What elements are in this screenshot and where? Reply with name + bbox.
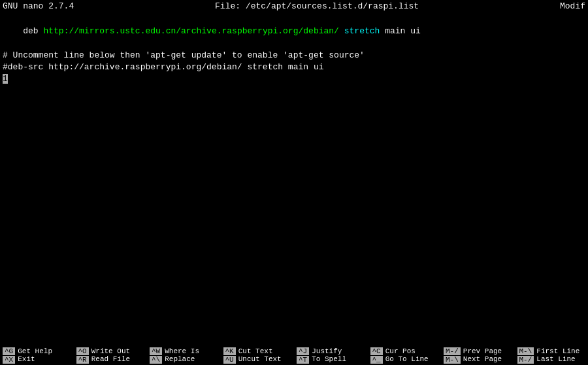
shortcut-label: To Spell: [312, 355, 346, 363]
editor-area[interactable]: deb http://mirrors.ustc.edu.cn/archive.r…: [0, 12, 588, 347]
shortcut-group-0[interactable]: ^G^XGet HelpExit: [0, 347, 74, 365]
shortcut-label: Prev Page: [463, 347, 502, 355]
shortcut-group-4[interactable]: ^J^TJustifyTo Spell: [294, 347, 368, 365]
modified-indicator: Modif: [560, 1, 585, 11]
shortcut-key[interactable]: ^U: [223, 356, 236, 364]
shortcut-label: Next Page: [463, 355, 502, 363]
shortcut-key[interactable]: ^X: [3, 356, 15, 364]
shortcut-key[interactable]: ^\: [150, 356, 162, 364]
shortcut-label: Justify: [312, 347, 346, 355]
shortcut-label: Read File: [91, 355, 130, 363]
shortcut-label: Exit: [18, 355, 52, 363]
shortcut-group-3[interactable]: ^K^UCut TextUncut Text: [221, 347, 295, 365]
app-name: GNU nano 2.7.4: [3, 1, 74, 11]
shortcut-key[interactable]: M-\: [444, 356, 461, 364]
shortcut-label: Uncut Text: [238, 355, 282, 363]
shortcut-label: First Line: [536, 347, 580, 355]
shortcut-key[interactable]: M-/: [517, 356, 534, 364]
file-path: File: /etc/apt/sources.list.d/raspi.list: [74, 1, 560, 11]
shortcut-key[interactable]: ^R: [76, 356, 89, 364]
shortcut-label: Go To Line: [385, 355, 429, 363]
shortcut-key[interactable]: ^G: [3, 347, 15, 355]
shortcut-key[interactable]: ^J: [297, 347, 309, 355]
shortcut-key[interactable]: ^K: [223, 347, 236, 355]
shortcut-label: Get Help: [18, 347, 52, 355]
shortcut-label: Last Line: [536, 355, 580, 363]
shortcut-bar: ^G^XGet HelpExit^O^RWrite OutRead File^W…: [0, 347, 588, 365]
shortcut-key[interactable]: M-/: [444, 347, 461, 355]
shortcut-key[interactable]: ^W: [150, 347, 162, 355]
editor-line-1: deb http://mirrors.ustc.edu.cn/archive.r…: [3, 14, 585, 50]
shortcut-key[interactable]: ^O: [76, 347, 89, 355]
shortcut-key[interactable]: ^_: [370, 356, 383, 364]
shortcut-label: Cut Text: [238, 347, 282, 355]
title-bar: GNU nano 2.7.4 File: /etc/apt/sources.li…: [0, 0, 588, 12]
editor-line-2: # Uncomment line below then 'apt-get upd…: [3, 50, 585, 61]
shortcut-key[interactable]: ^C: [370, 347, 383, 355]
editor-line-4: 1: [3, 73, 585, 85]
shortcut-label: Write Out: [91, 347, 130, 355]
shortcut-group-1[interactable]: ^O^RWrite OutRead File: [74, 347, 148, 365]
shortcut-group-5[interactable]: ^C^_Cur PosGo To Line: [368, 347, 442, 365]
editor-line-3: #deb-src http://archive.raspberrypi.org/…: [3, 61, 585, 73]
shortcut-group-7[interactable]: M-\M-/First LineLast Line: [515, 347, 589, 365]
shortcut-label: Replace: [165, 355, 199, 363]
shortcut-key[interactable]: M-\: [517, 347, 534, 355]
shortcut-label: Where Is: [165, 347, 199, 355]
shortcut-label: Cur Pos: [385, 347, 429, 355]
shortcut-group-6[interactable]: M-/M-\Prev PageNext Page: [441, 347, 515, 365]
shortcut-key[interactable]: ^T: [297, 356, 309, 364]
shortcut-group-2[interactable]: ^W^\Where IsReplace: [147, 347, 221, 365]
